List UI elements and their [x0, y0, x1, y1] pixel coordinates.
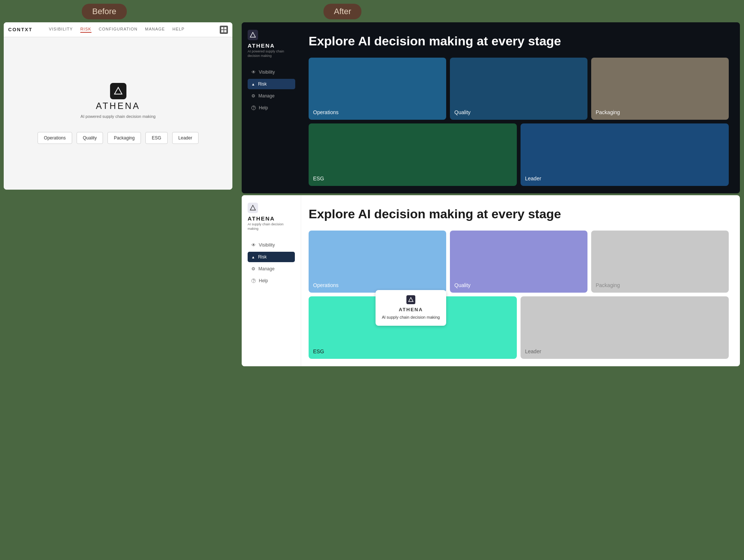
after-light-panel: ATHENA AI supply chain decision making 👁…	[242, 195, 740, 366]
light-sidebar-logo: ATHENA AI supply chain decision making	[248, 203, 295, 231]
btn-operations[interactable]: Operations	[38, 132, 72, 144]
dark-card-operations-label: Operations	[313, 109, 338, 115]
light-card-leader[interactable]: Leader	[521, 296, 729, 359]
dark-card-quality-label: Quality	[454, 109, 471, 115]
dark-panel-main: Explore AI decision making at every stag…	[301, 22, 740, 193]
nav-risk[interactable]: RISK	[80, 27, 91, 33]
dark-card-operations[interactable]: Operations	[309, 58, 446, 120]
light-card-esg-label: ESG	[313, 348, 324, 354]
after-label: After	[323, 4, 361, 19]
dark-brand-name: ATHENA	[248, 42, 275, 49]
light-nav-manage-label: Manage	[258, 266, 274, 271]
svg-rect-3	[224, 30, 226, 32]
before-panel: CONTXT VISIBILITY RISK CONFIGURATION MAN…	[4, 22, 232, 190]
grid-icon[interactable]	[220, 26, 228, 34]
dark-card-packaging-label: Packaging	[596, 109, 620, 115]
nav-configuration[interactable]: CONFIGURATION	[99, 27, 138, 33]
contxt-nav-items: VISIBILITY RISK CONFIGURATION MANAGE HEL…	[49, 27, 184, 33]
dark-sidebar: ATHENA AI powered supply chain decision …	[242, 22, 301, 193]
before-buttons: Operations Quality Packaging ESG Leader	[38, 132, 199, 144]
light-nav-risk-label: Risk	[258, 254, 267, 260]
athena-logo-before: ATHENA AI powered supply chain decision …	[81, 83, 156, 119]
light-card-operations[interactable]: Operations	[309, 231, 446, 293]
light-panel-main: Explore AI decision making at every stag…	[301, 195, 740, 366]
light-nav-visibility-label: Visibility	[259, 242, 275, 248]
nav-manage[interactable]: MANAGE	[145, 27, 165, 33]
btn-leader[interactable]: Leader	[172, 132, 199, 144]
dark-card-leader-label: Leader	[525, 176, 541, 181]
eye-icon-light: 👁	[251, 242, 256, 248]
dark-nav-help-label: Help	[259, 105, 268, 110]
dark-nav-manage-label: Manage	[258, 93, 274, 99]
question-icon-light: ?	[251, 279, 256, 283]
light-brand-tagline: AI supply chain decision making	[248, 222, 295, 231]
athena-center-overlay: ATHENA Al supply chain decision making	[376, 290, 446, 326]
dark-nav-risk[interactable]: ▲ Risk	[248, 79, 295, 89]
light-card-quality-label: Quality	[454, 282, 471, 288]
question-icon: ?	[251, 106, 256, 110]
eye-icon: 👁	[251, 70, 256, 75]
dark-nav-help[interactable]: ? Help	[248, 103, 295, 113]
dark-nav-visibility[interactable]: 👁 Visibility	[248, 67, 295, 77]
athena-center-brand: ATHENA	[381, 306, 441, 313]
nav-help[interactable]: HELP	[173, 27, 185, 33]
nav-visibility[interactable]: VISIBILITY	[49, 27, 73, 33]
svg-rect-2	[221, 30, 223, 32]
dark-card-esg-label: ESG	[313, 176, 324, 181]
light-athena-icon	[248, 203, 258, 213]
svg-marker-8	[409, 297, 413, 302]
light-card-operations-label: Operations	[313, 282, 338, 288]
btn-esg[interactable]: ESG	[145, 132, 167, 144]
light-card-packaging[interactable]: Packaging	[591, 231, 729, 293]
light-card-packaging-label: Packaging	[596, 282, 620, 288]
gear-icon-light: ⚙	[251, 266, 255, 271]
dark-nav-manage[interactable]: ⚙ Manage	[248, 91, 295, 101]
light-nav-help[interactable]: ? Help	[248, 276, 295, 286]
dark-card-quality[interactable]: Quality	[450, 58, 587, 120]
gear-icon: ⚙	[251, 93, 255, 99]
athena-icon-before	[110, 83, 126, 99]
light-brand-name: ATHENA	[248, 215, 275, 222]
btn-quality[interactable]: Quality	[77, 132, 103, 144]
dark-brand-tagline: AI powered supply chain decision making	[248, 49, 295, 58]
light-nav-risk[interactable]: ▲ Risk	[248, 252, 295, 262]
light-panel-title: Explore AI decision making at every stag…	[309, 206, 729, 222]
dark-athena-icon	[248, 30, 258, 40]
light-nav-manage[interactable]: ⚙ Manage	[248, 264, 295, 274]
before-label: Before	[82, 4, 127, 19]
light-nav-help-label: Help	[259, 278, 268, 283]
light-card-leader-label: Leader	[525, 348, 541, 354]
dark-card-leader[interactable]: Leader	[521, 123, 729, 186]
svg-rect-0	[221, 27, 223, 29]
athena-tagline-before: AI powered supply chain decision making	[81, 114, 156, 119]
btn-packaging[interactable]: Packaging	[107, 132, 141, 144]
after-dark-panel: ATHENA AI powered supply chain decision …	[242, 22, 740, 193]
light-card-quality[interactable]: Quality	[450, 231, 587, 293]
svg-marker-6	[250, 32, 255, 37]
warning-icon: ▲	[251, 82, 255, 86]
warning-icon-light: ▲	[251, 255, 255, 259]
athena-center-subtitle: Al supply chain decision making	[381, 315, 441, 320]
contxt-logo: CONTXT	[8, 27, 32, 32]
dark-panel-title: Explore AI decision making at every stag…	[309, 33, 729, 49]
dark-sidebar-logo: ATHENA AI powered supply chain decision …	[248, 30, 295, 58]
svg-marker-7	[250, 205, 255, 210]
svg-rect-1	[224, 27, 226, 29]
light-sidebar: ATHENA AI supply chain decision making 👁…	[242, 195, 301, 366]
athena-center-icon	[406, 295, 415, 304]
dark-card-packaging[interactable]: Packaging	[591, 58, 729, 120]
contxt-main: ATHENA AI powered supply chain decision …	[4, 37, 232, 190]
dark-card-esg[interactable]: ESG	[309, 123, 517, 186]
contxt-navbar: CONTXT VISIBILITY RISK CONFIGURATION MAN…	[4, 22, 232, 37]
svg-marker-4	[115, 87, 122, 94]
dark-nav-risk-label: Risk	[258, 81, 267, 87]
dark-nav-visibility-label: Visibility	[259, 70, 275, 75]
light-nav-visibility[interactable]: 👁 Visibility	[248, 240, 295, 250]
athena-name-before: ATHENA	[96, 101, 141, 111]
